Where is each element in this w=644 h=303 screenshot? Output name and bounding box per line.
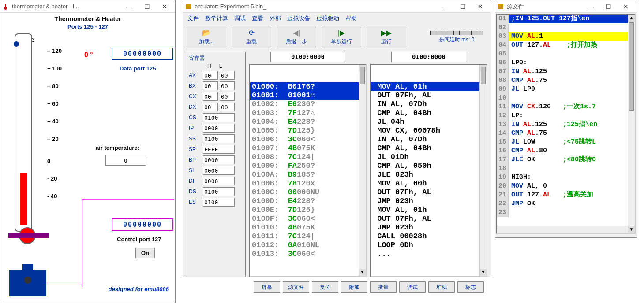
disasm-address-input[interactable] bbox=[391, 52, 466, 62]
asm-row[interactable]: JL 01Dh bbox=[371, 153, 487, 162]
titlebar[interactable]: emulator: Experiment 5.bin_ — ☐ ✕ bbox=[183, 0, 491, 13]
bottom-button[interactable]: 附加 bbox=[341, 281, 367, 293]
asm-row[interactable]: IN AL, 07Dh bbox=[371, 100, 487, 109]
maximize-button[interactable]: ☐ bbox=[599, 2, 617, 11]
asm-row[interactable]: MOV AL, 00h bbox=[371, 179, 487, 188]
source-line[interactable]: 17JLE OK ;<80跳转O bbox=[497, 155, 635, 164]
close-button[interactable]: ✕ bbox=[156, 2, 173, 11]
reg-SI[interactable] bbox=[203, 166, 235, 175]
memory-listing[interactable]: 01000: B0 176 ?01001: 01 001 ☺01002: E6 … bbox=[249, 64, 367, 277]
reg-BX-h[interactable] bbox=[203, 81, 218, 90]
scrollbar-v[interactable]: ▲▼ bbox=[628, 15, 635, 233]
scrollbar[interactable]: ▲▼ bbox=[479, 65, 487, 276]
source-line[interactable]: 03MOV AL.1 bbox=[497, 32, 635, 41]
bottom-button[interactable]: 屏幕 bbox=[254, 281, 280, 293]
reg-DS[interactable] bbox=[203, 187, 235, 196]
bottom-button[interactable]: 源文件 bbox=[283, 281, 309, 293]
memory-row[interactable]: 0100C: 00 000 NU bbox=[250, 188, 366, 197]
bottom-button[interactable]: 调试 bbox=[399, 281, 426, 293]
source-line[interactable]: 12LP: bbox=[497, 111, 635, 120]
reg-ES[interactable] bbox=[203, 198, 235, 207]
air-temp-input[interactable]: 0 bbox=[105, 155, 146, 166]
bottom-button[interactable]: 变量 bbox=[370, 281, 397, 293]
memory-row[interactable]: 0100E: 7D 125 } bbox=[250, 206, 366, 214]
source-line[interactable]: 13IN AL.125 ;125指\en bbox=[497, 120, 635, 129]
on-button[interactable]: On bbox=[135, 248, 155, 258]
menu-item[interactable]: 调试 bbox=[234, 15, 246, 22]
menu-item[interactable]: 帮助 bbox=[345, 15, 357, 22]
menu-item[interactable]: 查看 bbox=[252, 15, 263, 22]
titlebar[interactable]: 源文件 — ☐ ✕ bbox=[495, 0, 637, 13]
memory-row[interactable]: 01003: 7F 127 △ bbox=[250, 109, 366, 118]
asm-row[interactable]: OUT 07Fh, AL bbox=[371, 214, 487, 223]
delay-slider[interactable] bbox=[430, 31, 483, 35]
source-line[interactable]: 22JMP OK bbox=[497, 200, 635, 208]
memory-row[interactable]: 01000: B0 176 ? bbox=[250, 82, 366, 91]
reg-AX-l[interactable] bbox=[220, 71, 235, 80]
step-button[interactable]: |▶单步运行 bbox=[322, 27, 361, 47]
step-back-button[interactable]: ◀|后退一步 bbox=[277, 27, 316, 47]
control-port-value[interactable]: 00000000 bbox=[112, 218, 173, 231]
emu8086-link[interactable]: emu8086 bbox=[144, 286, 169, 292]
asm-row[interactable]: JMP 023h bbox=[371, 223, 487, 232]
source-line[interactable]: 20MOV AL, 0 bbox=[497, 182, 635, 191]
source-line[interactable]: 09JL LP0 bbox=[497, 85, 635, 94]
bottom-button[interactable]: 标志 bbox=[457, 281, 484, 293]
source-line[interactable]: 05 bbox=[497, 50, 635, 59]
memory-row[interactable]: 0100B: 78 120 x bbox=[250, 179, 366, 188]
reg-AX-h[interactable] bbox=[203, 71, 218, 80]
source-line[interactable]: 08CMP AL.75 bbox=[497, 76, 635, 85]
menu-item[interactable]: 文件 bbox=[187, 15, 199, 22]
source-line[interactable]: 10 bbox=[497, 94, 635, 103]
reg-SS[interactable] bbox=[203, 134, 235, 143]
reg-CS[interactable] bbox=[203, 113, 235, 122]
asm-row[interactable]: CALL 00028h bbox=[371, 232, 487, 241]
source-line[interactable]: 04OUT 127.AL ;打开加热 bbox=[497, 41, 635, 50]
bottom-button[interactable]: 堆栈 bbox=[428, 281, 455, 293]
menu-item[interactable]: 虚拟设备 bbox=[287, 15, 310, 22]
memory-row[interactable]: 0100F: 3C 060 < bbox=[250, 214, 366, 223]
memory-row[interactable]: 01002: E6 230 ? bbox=[250, 100, 366, 109]
bottom-button[interactable]: 复位 bbox=[312, 281, 338, 293]
memory-row[interactable]: 01004: E4 228 ? bbox=[250, 118, 366, 126]
reg-BX-l[interactable] bbox=[220, 81, 235, 90]
minimize-button[interactable]: — bbox=[120, 2, 138, 11]
close-button[interactable]: ✕ bbox=[617, 2, 635, 11]
menu-item[interactable]: 虚拟驱动 bbox=[316, 15, 339, 22]
asm-row[interactable]: ... bbox=[371, 250, 487, 259]
run-button[interactable]: ▶▶运行 bbox=[367, 27, 406, 47]
asm-row[interactable]: CMP AL, 050h bbox=[371, 162, 487, 170]
asm-row[interactable]: CMP AL, 04Bh bbox=[371, 109, 487, 118]
load-button[interactable]: 📂加载... bbox=[187, 27, 226, 47]
source-line[interactable]: 23 bbox=[497, 208, 635, 217]
reg-DX-l[interactable] bbox=[220, 103, 235, 111]
memory-row[interactable]: 01006: 3C 060 < bbox=[250, 135, 366, 144]
reg-DI[interactable] bbox=[203, 177, 235, 185]
reg-DX-h[interactable] bbox=[203, 103, 218, 111]
asm-row[interactable]: CMP AL, 04Bh bbox=[371, 144, 487, 153]
reload-button[interactable]: ⟳重载 bbox=[232, 27, 271, 47]
memory-row[interactable]: 01013: 3C 060 < bbox=[250, 250, 366, 259]
memory-row[interactable]: 0100A: B9 185 ? bbox=[250, 170, 366, 179]
asm-row[interactable]: JL 04h bbox=[371, 118, 487, 126]
reg-CX-l[interactable] bbox=[220, 92, 235, 101]
memory-row[interactable]: 01005: 7D 125 } bbox=[250, 126, 366, 135]
source-line[interactable]: 02 bbox=[497, 23, 635, 32]
source-line[interactable]: 18 bbox=[497, 164, 635, 173]
maximize-button[interactable]: ☐ bbox=[454, 2, 472, 11]
asm-row[interactable]: MOV AL, 01h bbox=[371, 82, 487, 91]
asm-row[interactable]: LOOP 0Dh bbox=[371, 241, 487, 250]
source-line[interactable]: 06LP0: bbox=[497, 59, 635, 67]
memory-row[interactable]: 01001: 01 001 ☺ bbox=[250, 91, 366, 100]
minimize-button[interactable]: — bbox=[582, 2, 599, 11]
memory-row[interactable]: 01007: 4B 075 K bbox=[250, 144, 366, 153]
memory-row[interactable]: 01008: 7C 124 | bbox=[250, 153, 366, 162]
maximize-button[interactable]: ☐ bbox=[138, 2, 156, 11]
scrollbar-h[interactable] bbox=[497, 226, 628, 233]
titlebar[interactable]: thermometer & heater - i... — ☐ ✕ bbox=[0, 0, 175, 13]
memory-row[interactable]: 0100D: E4 228 ? bbox=[250, 197, 366, 206]
source-line[interactable]: 15JL LOW ;<75跳转L bbox=[497, 138, 635, 147]
memory-row[interactable]: 01012: 0A 010 NL bbox=[250, 241, 366, 250]
reg-CX-h[interactable] bbox=[203, 92, 218, 101]
asm-row[interactable]: MOV AL, 01h bbox=[371, 206, 487, 214]
